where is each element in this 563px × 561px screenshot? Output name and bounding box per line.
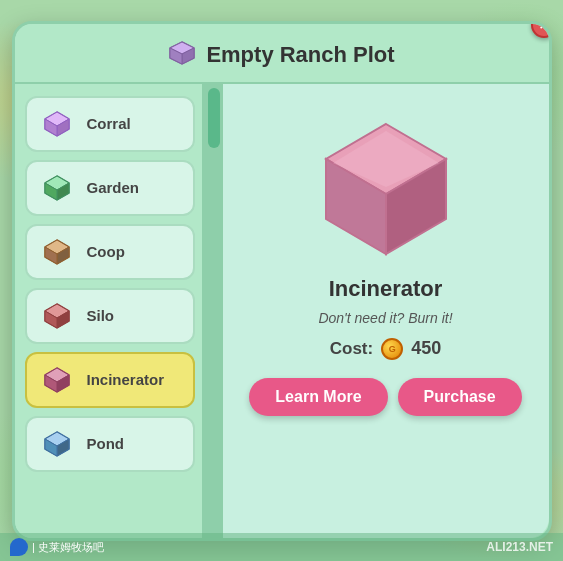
incinerator-sidebar-icon: [39, 362, 75, 398]
sidebar-item-incinerator[interactable]: Incinerator: [25, 352, 195, 408]
cost-amount: 450: [411, 338, 441, 359]
item-image: [306, 104, 466, 264]
modal-body: Corral Garden: [15, 84, 549, 538]
purchase-button[interactable]: Purchase: [398, 378, 522, 416]
close-button[interactable]: ×: [531, 21, 552, 38]
sidebar-item-corral[interactable]: Corral: [25, 96, 195, 152]
item-tagline: Don't need it? Burn it!: [318, 310, 452, 326]
sidebar-item-silo[interactable]: Silo: [25, 288, 195, 344]
sidebar-item-silo-label: Silo: [87, 307, 115, 324]
modal: Empty Ranch Plot × Corral: [12, 21, 552, 541]
silo-icon: [39, 298, 75, 334]
cost-label: Cost:: [330, 339, 373, 359]
item-name: Incinerator: [329, 276, 443, 302]
content-panel: Incinerator Don't need it? Burn it! Cost…: [223, 84, 549, 538]
modal-title: Empty Ranch Plot: [206, 42, 394, 68]
baidu-icon: [10, 538, 28, 556]
footer-bar: | 史莱姆牧场吧 ALI213.NET: [0, 533, 563, 561]
modal-header: Empty Ranch Plot ×: [15, 24, 549, 84]
coop-icon: [39, 234, 75, 270]
footer-right-text: ALI213.NET: [486, 540, 553, 554]
scrollbar-thumb: [208, 88, 220, 148]
garden-icon: [39, 170, 75, 206]
sidebar-item-pond-label: Pond: [87, 435, 125, 452]
sidebar-item-coop-label: Coop: [87, 243, 125, 260]
footer-left: | 史莱姆牧场吧: [10, 538, 104, 556]
corral-icon: [39, 106, 75, 142]
footer-left-text: | 史莱姆牧场吧: [32, 540, 104, 555]
sidebar-item-incinerator-label: Incinerator: [87, 371, 165, 388]
modal-overlay: Empty Ranch Plot × Corral: [0, 0, 563, 561]
sidebar-item-garden[interactable]: Garden: [25, 160, 195, 216]
sidebar-item-pond[interactable]: Pond: [25, 416, 195, 472]
sidebar: Corral Garden: [15, 84, 205, 538]
learn-more-button[interactable]: Learn More: [249, 378, 387, 416]
sidebar-item-coop[interactable]: Coop: [25, 224, 195, 280]
modal-title-icon: [168, 38, 196, 72]
scrollbar-track[interactable]: [205, 84, 223, 538]
button-row: Learn More Purchase: [249, 378, 521, 416]
pond-icon: [39, 426, 75, 462]
sidebar-item-garden-label: Garden: [87, 179, 140, 196]
sidebar-item-corral-label: Corral: [87, 115, 131, 132]
coin-icon: G: [381, 338, 403, 360]
cost-row: Cost: G 450: [330, 338, 442, 360]
